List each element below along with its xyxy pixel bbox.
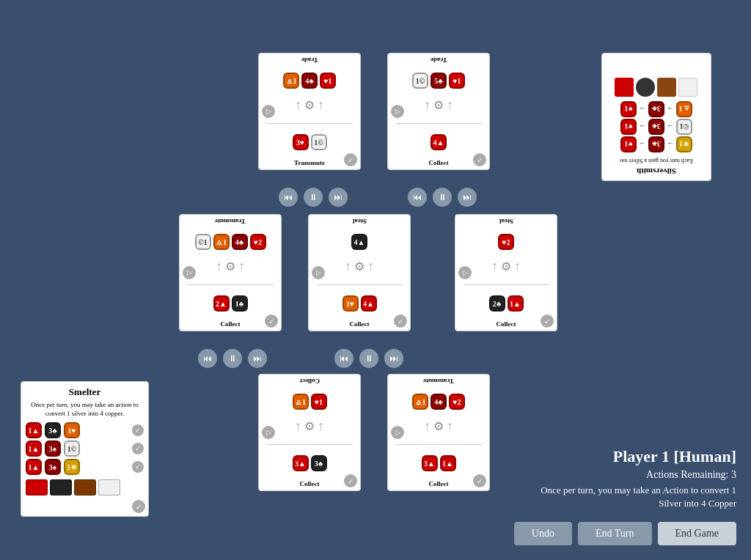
ctrl-pause-1b[interactable]: ⏸ xyxy=(433,188,452,207)
card-title-s1: Steal xyxy=(353,218,367,225)
icon-orange-1: 🜂1 xyxy=(283,73,299,89)
icon-red-c1: ♥1 xyxy=(449,73,465,89)
actions-remaining: Actions Remaining: 3 xyxy=(458,469,736,481)
icon-o-s1: 1♥ xyxy=(342,295,359,312)
card-bottom-t2: 2▲ 1♣ xyxy=(213,295,248,312)
card-title-c3: Collect xyxy=(300,377,320,385)
ctrl-prev-2a[interactable]: ⏮ xyxy=(198,349,217,368)
action-description: Once per turn, you may take an Action to… xyxy=(458,484,736,510)
smelter-icon-r2: 1▲ xyxy=(26,441,42,457)
icon-dr-t3: 4♣ xyxy=(431,394,447,410)
skip-btn-c1[interactable]: ▷ xyxy=(391,105,404,118)
smelter-icon-r3: 1▲ xyxy=(26,459,42,475)
ctrl-next-1[interactable]: ⏭ xyxy=(329,188,348,207)
row-controls-2a: ⏮ ⏸ ⏭ xyxy=(198,349,267,368)
row-controls-1b: ⏮ ⏸ ⏭ xyxy=(408,188,477,207)
skip-t2[interactable]: ▷ xyxy=(183,266,196,279)
icon-dr-t2: 4♣ xyxy=(232,234,248,250)
smelter-desc: Once per turn, you may take an action to… xyxy=(26,401,144,418)
ctrl-next-1b[interactable]: ⏭ xyxy=(458,188,477,207)
undo-button[interactable]: Undo xyxy=(514,522,572,545)
card-transmute-2: Transmute ©1 🜂1 4♣ ♥2 ↑ ⚙ ↑ 2▲ 1♣ Collec… xyxy=(179,214,282,331)
ctrl-next-2a[interactable]: ⏭ xyxy=(248,349,267,368)
sil-icon-4: ©1 xyxy=(676,119,692,135)
sil-icon-1: ☀1 xyxy=(676,136,692,152)
icon-b-t2: 1♣ xyxy=(232,295,248,312)
icon-bk-s1: 4▲ xyxy=(351,234,367,250)
ctrl-next-2b[interactable]: ⏭ xyxy=(384,349,403,368)
card-steal-2: Steal ♥2 ↑ ⚙ ↑ 2♣ 1▲ Collect ▷ ✓ xyxy=(455,214,557,331)
card-collect-3: Collect 🜂1 ♥1 ↑ ⚙ ↑ 3▲ 3♣ Collect ▷ ✓ xyxy=(258,374,361,491)
card-top-icons-s2: ♥2 xyxy=(498,234,514,250)
smelter-main-check[interactable]: ✓ xyxy=(132,500,145,513)
check-s2[interactable]: ✓ xyxy=(541,314,554,328)
player-title: Player 1 [Human] xyxy=(458,447,736,466)
skip-c3[interactable]: ▷ xyxy=(262,426,275,439)
icon-o-t3: 🜂1 xyxy=(412,394,428,410)
ctrl-pause-1[interactable]: ⏸ xyxy=(304,188,323,207)
icon-white-1: 1© xyxy=(311,134,327,150)
card-bottom-icons-1: 3♥ 1© xyxy=(293,134,327,150)
card-label-s1: Collect xyxy=(350,320,370,328)
check-s1[interactable]: ✓ xyxy=(394,314,407,328)
check-c3[interactable]: ✓ xyxy=(344,474,357,487)
card-bottom-s1: 1♥ 4▲ xyxy=(342,295,377,312)
swatch-white xyxy=(98,479,120,495)
check-btn-c1[interactable]: ✓ xyxy=(473,153,486,166)
check-btn-1[interactable]: ✓ xyxy=(344,153,357,166)
sil-icon-3: ♥1 xyxy=(620,136,637,152)
smelter-icon-dr2: 3♠ xyxy=(45,441,61,457)
card-steal-1: Steal 4▲ ↑ ⚙ ↑ 1♥ 4▲ Collect ▷ ✓ xyxy=(308,214,411,331)
silversmith-inner: Silversmith Each turn you gain a Silver … xyxy=(607,58,706,176)
smelter-icon-w2: 1© xyxy=(64,441,80,457)
icon-darkred-c1: 5♣ xyxy=(431,73,447,89)
card-top-icons-s1: 4▲ xyxy=(351,234,367,250)
card-label-t2: Collect xyxy=(221,320,241,328)
end-game-button[interactable]: End Game xyxy=(658,522,736,545)
card-top-icons-c3: 🜂1 ♥1 xyxy=(293,394,327,410)
silversmith-row-2: ©1 → 3♣ → ♥1 xyxy=(620,119,692,135)
row-controls-1: ⏮ ⏸ ⏭ xyxy=(279,188,348,207)
smelter-check-3[interactable]: ✓ xyxy=(132,461,144,473)
ctrl-pause-2a[interactable]: ⏸ xyxy=(223,349,242,368)
smelter-title: Smelter xyxy=(26,386,144,398)
smelter-row-2: 1▲ 3♠ 1© ✓ xyxy=(26,441,144,457)
sil-icon-8: 3♣ xyxy=(648,101,664,117)
card-top-icons-c1: 1© 5♣ ♥1 xyxy=(412,73,465,89)
sil-icon-6: ♥1 xyxy=(620,119,637,135)
card-top-icons-t3: 🜂1 4♣ ♥2 xyxy=(412,394,465,410)
icon-o-c3: 🜂1 xyxy=(293,394,309,410)
skip-btn-1[interactable]: ▷ xyxy=(262,105,275,118)
smelter-check-2[interactable]: ✓ xyxy=(132,443,144,454)
end-turn-button[interactable]: End Turn xyxy=(578,522,652,545)
silversmith-grid: ☀1 → 3♣ → ♥1 ©1 → 3♣ → ♥1 🜂1 → 3♣ xyxy=(620,101,692,152)
silversmith-swatches xyxy=(615,78,698,97)
ctrl-prev-2b[interactable]: ⏮ xyxy=(334,349,353,368)
silversmith-row-3: 🜂1 → 3♣ → ♥1 xyxy=(620,101,692,117)
swatch-dot xyxy=(637,78,656,97)
skip-t3[interactable]: ▷ xyxy=(391,426,404,439)
sil-icon-9: ♥1 xyxy=(620,101,637,117)
swatch-brown xyxy=(658,78,677,97)
card-title-transmute-1: Trade xyxy=(301,56,318,64)
smelter-check-1[interactable]: ✓ xyxy=(132,424,144,436)
smelter-icon-b1: 3♣ xyxy=(45,422,61,438)
skip-s2[interactable]: ▷ xyxy=(458,266,472,279)
swatch-brown xyxy=(74,479,96,495)
ctrl-pause-2b[interactable]: ⏸ xyxy=(359,349,378,368)
smelter-icon-o1: 1♥ xyxy=(64,422,80,438)
swatch-black xyxy=(50,479,72,495)
skip-s1[interactable]: ▷ xyxy=(312,266,325,279)
ctrl-prev-1b[interactable]: ⏮ xyxy=(408,188,427,207)
card-collect-1: Trade 1© 5♣ ♥1 ↑ ⚙ ↑ 4▲ Collect ▷ ✓ xyxy=(387,53,490,170)
check-t2[interactable]: ✓ xyxy=(265,314,278,328)
icon-r-c3: ♥1 xyxy=(311,394,327,410)
card-bottom-s2: 2♣ 1▲ xyxy=(489,295,524,312)
card-label-collect-1: Collect xyxy=(429,159,449,166)
ctrl-prev-1[interactable]: ⏮ xyxy=(279,188,298,207)
icon-red-1: ♥1 xyxy=(320,73,336,89)
sil-icon-7: 🜂1 xyxy=(676,101,692,117)
icon-r-t3: ♥2 xyxy=(449,394,465,410)
smelter-icon-y3: 1☀ xyxy=(64,459,80,475)
icon-darkred-1: 4♣ xyxy=(301,73,318,89)
